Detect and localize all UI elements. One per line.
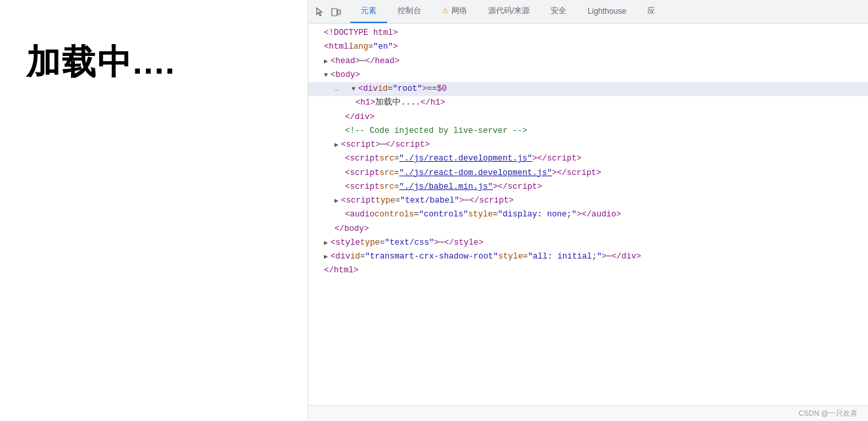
- triangle-head[interactable]: [324, 56, 328, 67]
- code-line-3[interactable]: <head> ⋯ </head>: [308, 55, 868, 68]
- svg-rect-1: [338, 10, 340, 14]
- tab-lighthouse[interactable]: Lighthouse: [577, 0, 637, 23]
- cursor-icon[interactable]: [313, 5, 327, 18]
- tab-sources[interactable]: 源代码/来源: [478, 0, 540, 23]
- code-line-17[interactable]: <div id="transmart-crx-shadow-root" styl…: [308, 250, 868, 264]
- doctype-tag: <!DOCTYPE html>: [324, 26, 398, 40]
- code-line-16[interactable]: <style type="text/css"> ⋯ </style>: [308, 236, 868, 250]
- code-line-11: <script src="./js/react-dom.development.…: [308, 166, 868, 180]
- tab-more[interactable]: 应: [637, 0, 666, 23]
- triangle-div-root[interactable]: [352, 84, 355, 95]
- code-line-14: <audio controls="controls" style="displa…: [308, 208, 868, 222]
- triangle-script[interactable]: [334, 139, 338, 151]
- toolbar-tabs: 元素 控制台 ⚠网络 源代码/来源 安全 Lighthouse 应: [350, 0, 666, 23]
- code-line-1: <!DOCTYPE html>: [308, 26, 868, 40]
- code-line-2: <html lang="en">: [308, 40, 868, 54]
- left-panel: 加载中....: [0, 0, 308, 421]
- code-line-7: </div>: [308, 111, 868, 124]
- code-line-8: <!-- Code injected by live-server -->: [308, 124, 868, 138]
- devtools-panel: 元素 控制台 ⚠网络 源代码/来源 安全 Lighthouse 应 <!DOCT…: [308, 0, 868, 421]
- device-icon[interactable]: [329, 5, 342, 18]
- triangle-transmart[interactable]: [324, 251, 328, 262]
- code-line-4[interactable]: <body>: [308, 68, 868, 82]
- code-line-6: <h1>加载中....</h1>: [308, 96, 868, 110]
- devtools-footer: CSDN @一只欢喜: [308, 405, 868, 421]
- warning-icon: ⚠: [442, 7, 449, 15]
- code-line-12: <script src="./js/babel.min.js"></script…: [308, 180, 868, 194]
- code-line-5[interactable]: … <div id="root"> == $0: [308, 82, 868, 96]
- code-line-13[interactable]: <script type="text/babel"> ⋯ </script>: [308, 194, 868, 208]
- tab-network[interactable]: ⚠网络: [432, 0, 478, 23]
- devtools-toolbar: 元素 控制台 ⚠网络 源代码/来源 安全 Lighthouse 应: [308, 0, 868, 24]
- tab-console[interactable]: 控制台: [387, 0, 432, 23]
- loading-text: 加载中....: [26, 39, 176, 86]
- code-line-18: </html>: [308, 264, 868, 278]
- watermark-text: CSDN @一只欢喜: [799, 409, 857, 418]
- triangle-body[interactable]: [324, 70, 328, 81]
- code-line-10: <script src="./js/react.development.js">…: [308, 152, 868, 166]
- devtools-content[interactable]: <!DOCTYPE html> <html lang="en"> <head> …: [308, 24, 868, 405]
- tab-elements[interactable]: 元素: [350, 0, 387, 23]
- tab-security[interactable]: 安全: [540, 0, 577, 23]
- triangle-style[interactable]: [324, 237, 328, 249]
- svg-rect-0: [332, 9, 337, 16]
- code-line-9[interactable]: <script> ⋯ </script>: [308, 138, 868, 152]
- line-dots-5: …: [334, 83, 348, 95]
- triangle-script-babel[interactable]: [334, 195, 338, 207]
- toolbar-icons: [313, 5, 342, 18]
- code-line-15: </body>: [308, 222, 868, 236]
